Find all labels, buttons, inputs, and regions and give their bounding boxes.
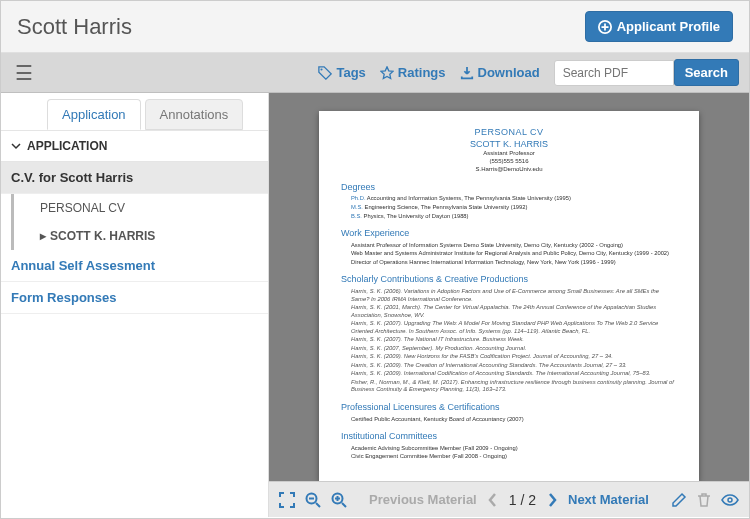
doc-entry: Harris, S. K. (2009). New Horizons for t… <box>341 353 677 361</box>
doc-section-work: Work Experience Assistant Professor of I… <box>341 228 677 266</box>
chevron-down-icon <box>11 141 21 151</box>
svg-point-4 <box>728 498 732 502</box>
main-area: Application Annotations APPLICATION C.V.… <box>1 93 749 517</box>
sidebar-item-self-assessment[interactable]: Annual Self Assesment <box>1 250 268 282</box>
doc-entry: Harris, S. K. (2006). Variations in Adop… <box>341 288 677 303</box>
plus-circle-icon <box>598 20 612 34</box>
pdf-page: PERSONAL CV SCOTT K. HARRIS Assistant Pr… <box>319 111 699 481</box>
sidebar-item-form-responses[interactable]: Form Responses <box>1 282 268 314</box>
chevron-right-icon[interactable] <box>546 493 558 507</box>
zoom-out-icon[interactable] <box>305 492 321 508</box>
sidebar-item-cv[interactable]: C.V. for Scott Harris <box>1 162 268 194</box>
fullscreen-icon[interactable] <box>279 492 295 508</box>
star-icon <box>380 66 394 80</box>
section-title: Degrees <box>341 182 677 194</box>
section-header-application[interactable]: APPLICATION <box>1 130 268 162</box>
sidebar-sub-name-label: SCOTT K. HARRIS <box>50 229 155 243</box>
doc-entry: Fisher, R., Norman, M., & Klett, M. (201… <box>341 379 677 394</box>
doc-section-committees: Institutional Committees Academic Advisi… <box>341 431 677 461</box>
doc-entry: Harris, S. K. (2007). Upgrading The Web:… <box>341 320 677 335</box>
tab-annotations[interactable]: Annotations <box>145 99 244 130</box>
menu-icon[interactable]: ☰ <box>11 61 37 85</box>
tags-label: Tags <box>336 65 365 80</box>
tags-button[interactable]: Tags <box>318 65 365 80</box>
doc-entry: Harris, S. K. (2009). International Codi… <box>341 370 677 378</box>
ratings-button[interactable]: Ratings <box>380 65 446 80</box>
applicant-name-heading: Scott Harris <box>17 14 132 40</box>
doc-phone: (555)555 5516 <box>341 158 677 166</box>
doc-entry: Harris, S. K. (2007, September). My Prod… <box>341 345 677 353</box>
applicant-profile-button[interactable]: Applicant Profile <box>585 11 733 42</box>
page-current: 1 <box>509 492 517 508</box>
section-title: Work Experience <box>341 228 677 240</box>
caret-right-icon: ▸ <box>40 229 46 243</box>
download-button[interactable]: Download <box>460 65 540 80</box>
doc-email: S.Harris@DemoUniv.edu <box>341 166 677 174</box>
sidebar-sub-name[interactable]: ▸SCOTT K. HARRIS <box>11 222 268 250</box>
svg-point-1 <box>321 68 323 70</box>
search-input[interactable] <box>554 60 674 86</box>
viewer-footer: Previous Material 1 / 2 Next Material <box>269 481 749 517</box>
doc-name: SCOTT K. HARRIS <box>341 139 677 151</box>
sidebar-tabs: Application Annotations <box>1 93 268 130</box>
doc-entry: Harris, S. K. (2007). The National IT In… <box>341 336 677 344</box>
doc-entry: Assistant Professor of Information Syste… <box>341 242 677 250</box>
doc-entry: Civic Engagement Committee Member (Fall … <box>341 453 677 461</box>
page-sep: / <box>517 492 529 508</box>
doc-heading: PERSONAL CV <box>341 127 677 139</box>
doc-entry: Ph.D. Accounting and Information Systems… <box>341 195 677 203</box>
zoom-in-icon[interactable] <box>331 492 347 508</box>
doc-entry: B.S. Physics, The University of Dayton (… <box>341 213 677 221</box>
section-header-label: APPLICATION <box>27 139 107 153</box>
doc-entry: Academic Advising Subcommittee Member (F… <box>341 445 677 453</box>
header-bar: Scott Harris Applicant Profile <box>1 1 749 53</box>
edit-icon[interactable] <box>671 492 687 508</box>
doc-section-degrees: Degrees Ph.D. Accounting and Information… <box>341 182 677 220</box>
doc-entry: Harris, S. K. (2001, March). The Center … <box>341 304 677 319</box>
doc-entry: Director of Operations Hannec Internatio… <box>341 259 677 267</box>
section-title: Professional Licensures & Certifications <box>341 402 677 414</box>
tag-icon <box>318 66 332 80</box>
doc-section-licenses: Professional Licensures & Certifications… <box>341 402 677 423</box>
download-label: Download <box>478 65 540 80</box>
page-scroll-area[interactable]: PERSONAL CV SCOTT K. HARRIS Assistant Pr… <box>269 93 749 481</box>
trash-icon[interactable] <box>697 492 711 508</box>
document-viewer: PERSONAL CV SCOTT K. HARRIS Assistant Pr… <box>269 93 749 517</box>
page-total: 2 <box>528 492 536 508</box>
next-material-button[interactable]: Next Material <box>568 492 649 507</box>
ratings-label: Ratings <box>398 65 446 80</box>
doc-role: Assistant Professor <box>341 150 677 158</box>
section-title: Scholarly Contributions & Creative Produ… <box>341 274 677 286</box>
doc-entry: Harris, S. K. (2009). The Creation of In… <box>341 362 677 370</box>
doc-entry: Certified Public Accountant, Kentucky Bo… <box>341 416 677 424</box>
applicant-profile-label: Applicant Profile <box>617 19 720 34</box>
sidebar: Application Annotations APPLICATION C.V.… <box>1 93 269 517</box>
sidebar-sub-personal-cv[interactable]: PERSONAL CV <box>11 194 268 222</box>
doc-section-scholarly: Scholarly Contributions & Creative Produ… <box>341 274 677 394</box>
page-indicator: 1 / 2 <box>509 492 536 508</box>
toolbar: ☰ Tags Ratings Download Search <box>1 53 749 93</box>
doc-entry: M.S. Engineering Science, The Pennsylvan… <box>341 204 677 212</box>
section-title: Institutional Committees <box>341 431 677 443</box>
previous-material-button[interactable]: Previous Material <box>369 492 477 507</box>
doc-entry: Web Master and Systems Administrator Ins… <box>341 250 677 258</box>
eye-icon[interactable] <box>721 493 739 507</box>
download-icon <box>460 66 474 80</box>
tab-application[interactable]: Application <box>47 99 141 130</box>
chevron-left-icon[interactable] <box>487 493 499 507</box>
search-button[interactable]: Search <box>674 59 739 86</box>
